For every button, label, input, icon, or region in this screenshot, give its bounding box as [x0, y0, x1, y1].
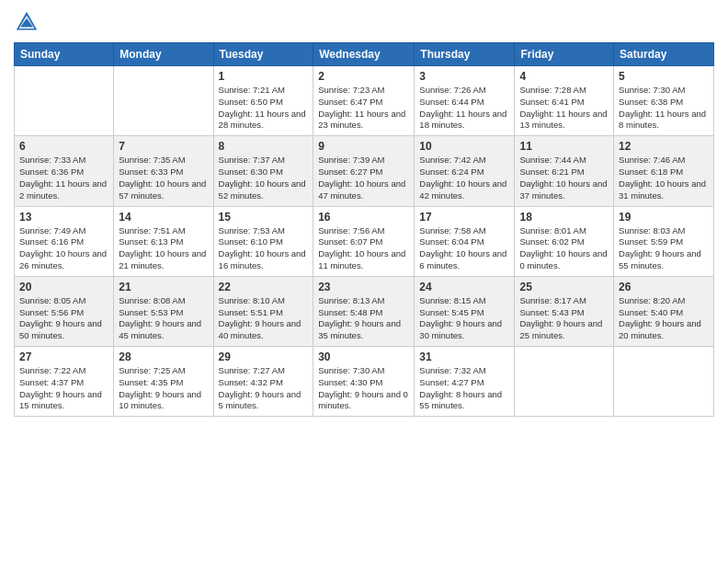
day-number: 1 — [219, 70, 309, 83]
day-info: Sunrise: 8:17 AM Sunset: 5:43 PM Dayligh… — [519, 295, 609, 342]
page: SundayMondayTuesdayWednesdayThursdayFrid… — [0, 0, 728, 563]
day-number: 4 — [519, 70, 609, 83]
week-row-2: 13Sunrise: 7:49 AM Sunset: 6:16 PM Dayli… — [15, 206, 714, 276]
day-info: Sunrise: 7:51 AM Sunset: 6:13 PM Dayligh… — [119, 225, 208, 272]
day-cell: 5Sunrise: 7:30 AM Sunset: 6:38 PM Daylig… — [614, 66, 714, 136]
day-info: Sunrise: 7:23 AM Sunset: 6:47 PM Dayligh… — [318, 85, 409, 132]
calendar-table: SundayMondayTuesdayWednesdayThursdayFrid… — [14, 42, 714, 417]
day-number: 30 — [318, 350, 409, 363]
day-number: 3 — [419, 70, 509, 83]
day-cell: 17Sunrise: 7:58 AM Sunset: 6:04 PM Dayli… — [415, 206, 515, 276]
day-cell — [114, 66, 213, 136]
day-number: 12 — [619, 140, 709, 153]
week-row-0: 1Sunrise: 7:21 AM Sunset: 6:50 PM Daylig… — [15, 66, 714, 136]
day-cell: 23Sunrise: 8:13 AM Sunset: 5:48 PM Dayli… — [313, 276, 415, 346]
header-thursday: Thursday — [415, 43, 515, 66]
day-cell: 26Sunrise: 8:20 AM Sunset: 5:40 PM Dayli… — [614, 276, 714, 346]
day-info: Sunrise: 8:10 AM Sunset: 5:51 PM Dayligh… — [219, 295, 309, 342]
day-info: Sunrise: 7:28 AM Sunset: 6:41 PM Dayligh… — [519, 85, 609, 132]
day-number: 19 — [619, 211, 709, 224]
logo — [14, 9, 43, 35]
day-number: 13 — [19, 211, 108, 224]
day-cell: 8Sunrise: 7:37 AM Sunset: 6:30 PM Daylig… — [213, 136, 313, 206]
day-number: 7 — [119, 140, 208, 153]
day-cell: 27Sunrise: 7:22 AM Sunset: 4:37 PM Dayli… — [15, 347, 114, 417]
day-number: 10 — [419, 140, 509, 153]
day-info: Sunrise: 8:20 AM Sunset: 5:40 PM Dayligh… — [619, 295, 709, 342]
day-number: 9 — [318, 140, 409, 153]
logo-icon — [14, 9, 40, 35]
day-cell: 25Sunrise: 8:17 AM Sunset: 5:43 PM Dayli… — [515, 276, 614, 346]
day-info: Sunrise: 7:27 AM Sunset: 4:32 PM Dayligh… — [219, 365, 309, 412]
day-number: 17 — [419, 211, 509, 224]
day-info: Sunrise: 8:13 AM Sunset: 5:48 PM Dayligh… — [318, 295, 409, 342]
day-number: 25 — [519, 281, 609, 293]
header-monday: Monday — [114, 43, 213, 66]
week-row-3: 20Sunrise: 8:05 AM Sunset: 5:56 PM Dayli… — [15, 276, 714, 346]
day-info: Sunrise: 7:58 AM Sunset: 6:04 PM Dayligh… — [419, 225, 509, 272]
day-number: 16 — [318, 211, 409, 224]
day-info: Sunrise: 7:25 AM Sunset: 4:35 PM Dayligh… — [119, 365, 208, 412]
week-row-4: 27Sunrise: 7:22 AM Sunset: 4:37 PM Dayli… — [15, 347, 714, 417]
day-info: Sunrise: 7:32 AM Sunset: 4:27 PM Dayligh… — [419, 365, 509, 412]
day-cell: 9Sunrise: 7:39 AM Sunset: 6:27 PM Daylig… — [313, 136, 415, 206]
day-info: Sunrise: 7:22 AM Sunset: 4:37 PM Dayligh… — [19, 365, 108, 412]
day-cell — [515, 347, 614, 417]
day-info: Sunrise: 7:46 AM Sunset: 6:18 PM Dayligh… — [619, 155, 709, 201]
day-number: 14 — [119, 211, 208, 224]
day-info: Sunrise: 7:44 AM Sunset: 6:21 PM Dayligh… — [519, 155, 609, 201]
day-number: 31 — [419, 350, 509, 363]
day-info: Sunrise: 7:39 AM Sunset: 6:27 PM Dayligh… — [318, 155, 409, 201]
day-cell — [614, 347, 714, 417]
day-number: 29 — [219, 350, 309, 363]
day-info: Sunrise: 7:21 AM Sunset: 6:50 PM Dayligh… — [219, 85, 309, 132]
day-number: 15 — [219, 211, 309, 224]
day-info: Sunrise: 8:03 AM Sunset: 5:59 PM Dayligh… — [619, 225, 709, 272]
day-number: 26 — [619, 281, 709, 293]
day-cell: 29Sunrise: 7:27 AM Sunset: 4:32 PM Dayli… — [213, 347, 313, 417]
day-number: 6 — [19, 140, 108, 153]
day-cell: 1Sunrise: 7:21 AM Sunset: 6:50 PM Daylig… — [213, 66, 313, 136]
header-row: SundayMondayTuesdayWednesdayThursdayFrid… — [15, 43, 714, 66]
day-cell — [15, 66, 114, 136]
header-saturday: Saturday — [614, 43, 714, 66]
day-cell: 24Sunrise: 8:15 AM Sunset: 5:45 PM Dayli… — [415, 276, 515, 346]
day-info: Sunrise: 7:53 AM Sunset: 6:10 PM Dayligh… — [219, 225, 309, 272]
day-info: Sunrise: 7:30 AM Sunset: 4:30 PM Dayligh… — [318, 365, 409, 412]
day-number: 27 — [19, 350, 108, 363]
day-cell: 12Sunrise: 7:46 AM Sunset: 6:18 PM Dayli… — [614, 136, 714, 206]
day-cell: 6Sunrise: 7:33 AM Sunset: 6:36 PM Daylig… — [15, 136, 114, 206]
day-number: 18 — [519, 211, 609, 224]
day-cell: 28Sunrise: 7:25 AM Sunset: 4:35 PM Dayli… — [114, 347, 213, 417]
day-cell: 30Sunrise: 7:30 AM Sunset: 4:30 PM Dayli… — [313, 347, 415, 417]
day-number: 23 — [318, 281, 409, 293]
day-cell: 2Sunrise: 7:23 AM Sunset: 6:47 PM Daylig… — [313, 66, 415, 136]
day-cell: 3Sunrise: 7:26 AM Sunset: 6:44 PM Daylig… — [415, 66, 515, 136]
day-number: 5 — [619, 70, 709, 83]
day-cell: 4Sunrise: 7:28 AM Sunset: 6:41 PM Daylig… — [515, 66, 614, 136]
week-row-1: 6Sunrise: 7:33 AM Sunset: 6:36 PM Daylig… — [15, 136, 714, 206]
day-number: 20 — [19, 281, 108, 293]
day-number: 11 — [519, 140, 609, 153]
day-cell: 13Sunrise: 7:49 AM Sunset: 6:16 PM Dayli… — [15, 206, 114, 276]
day-cell: 22Sunrise: 8:10 AM Sunset: 5:51 PM Dayli… — [213, 276, 313, 346]
day-cell: 10Sunrise: 7:42 AM Sunset: 6:24 PM Dayli… — [415, 136, 515, 206]
day-info: Sunrise: 7:37 AM Sunset: 6:30 PM Dayligh… — [219, 155, 309, 201]
header-wednesday: Wednesday — [313, 43, 415, 66]
day-cell: 14Sunrise: 7:51 AM Sunset: 6:13 PM Dayli… — [114, 206, 213, 276]
day-cell: 15Sunrise: 7:53 AM Sunset: 6:10 PM Dayli… — [213, 206, 313, 276]
day-cell: 31Sunrise: 7:32 AM Sunset: 4:27 PM Dayli… — [415, 347, 515, 417]
day-info: Sunrise: 7:26 AM Sunset: 6:44 PM Dayligh… — [419, 85, 509, 132]
header — [14, 9, 714, 35]
day-info: Sunrise: 8:08 AM Sunset: 5:53 PM Dayligh… — [119, 295, 208, 342]
day-info: Sunrise: 7:35 AM Sunset: 6:33 PM Dayligh… — [119, 155, 208, 201]
day-info: Sunrise: 8:01 AM Sunset: 6:02 PM Dayligh… — [519, 225, 609, 272]
day-number: 28 — [119, 350, 208, 363]
day-info: Sunrise: 7:30 AM Sunset: 6:38 PM Dayligh… — [619, 85, 709, 132]
day-cell: 21Sunrise: 8:08 AM Sunset: 5:53 PM Dayli… — [114, 276, 213, 346]
header-sunday: Sunday — [15, 43, 114, 66]
day-number: 2 — [318, 70, 409, 83]
header-tuesday: Tuesday — [213, 43, 313, 66]
day-info: Sunrise: 7:56 AM Sunset: 6:07 PM Dayligh… — [318, 225, 409, 272]
day-number: 21 — [119, 281, 208, 293]
